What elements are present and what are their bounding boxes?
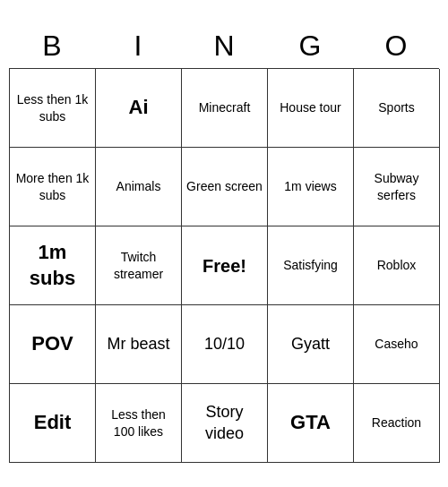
bingo-cell-8: 1m views xyxy=(268,148,354,226)
bingo-cell-1: Ai xyxy=(96,69,182,148)
bingo-header: BINGO xyxy=(9,24,439,68)
bingo-cell-21: Less then 100 likes xyxy=(96,384,182,463)
bingo-cell-18: Gyatt xyxy=(268,305,354,384)
bingo-cell-24: Reaction xyxy=(354,384,440,463)
bingo-letter-O: O xyxy=(357,30,435,63)
bingo-card: BINGO Less then 1k subsAiMinecraftHouse … xyxy=(9,24,439,463)
bingo-cell-14: Roblox xyxy=(354,226,440,305)
bingo-cell-15: POV xyxy=(10,305,96,384)
bingo-cell-6: Animals xyxy=(96,148,182,226)
bingo-cell-3: House tour xyxy=(268,69,354,148)
bingo-cell-2: Minecraft xyxy=(182,69,268,148)
bingo-cell-22: Story video xyxy=(182,384,268,463)
bingo-cell-11: Twitch streamer xyxy=(96,226,182,305)
bingo-letter-G: G xyxy=(271,30,349,63)
bingo-cell-19: Caseho xyxy=(354,305,440,384)
bingo-cell-20: Edit xyxy=(10,384,96,463)
bingo-letter-N: N xyxy=(185,30,263,63)
bingo-cell-23: GTA xyxy=(268,384,354,463)
bingo-cell-9: Subway serfers xyxy=(354,148,440,226)
bingo-grid: Less then 1k subsAiMinecraftHouse tourSp… xyxy=(9,68,439,463)
bingo-cell-10: 1m subs xyxy=(10,226,96,305)
bingo-cell-12: Free! xyxy=(182,226,268,305)
bingo-cell-13: Satisfying xyxy=(268,226,354,305)
bingo-cell-4: Sports xyxy=(354,69,440,148)
bingo-letter-B: B xyxy=(13,30,91,63)
bingo-cell-17: 10/10 xyxy=(182,305,268,384)
bingo-cell-0: Less then 1k subs xyxy=(10,69,96,148)
bingo-cell-5: More then 1k subs xyxy=(10,148,96,226)
bingo-letter-I: I xyxy=(99,30,177,63)
bingo-cell-16: Mr beast xyxy=(96,305,182,384)
bingo-cell-7: Green screen xyxy=(182,148,268,226)
